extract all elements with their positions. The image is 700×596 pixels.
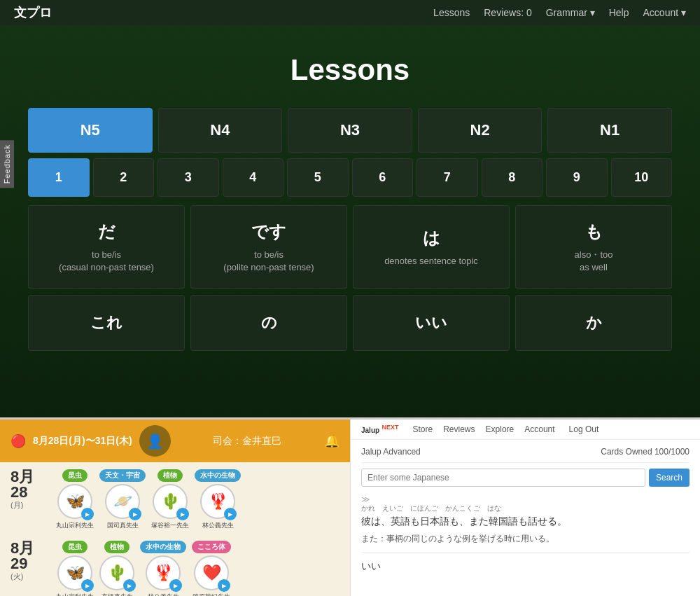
level-tab-n4[interactable]: N4 <box>158 108 283 153</box>
lesson-card-kore[interactable]: これ <box>28 295 185 351</box>
lesson-card-da[interactable]: だ to be/is(casual non-past tense) <box>28 205 185 289</box>
lesson-icon-plant-29: 🌵 ▶ <box>99 555 134 590</box>
play-button-28-3[interactable]: ▶ <box>176 508 189 520</box>
day-label-29: 8月29 (火) <box>10 541 49 582</box>
lesson-japanese-mo: も <box>585 221 603 243</box>
lesson-item-sea-29[interactable]: 水中の生物 🦞 ▶ 林公義先生 <box>140 541 186 596</box>
nav-lessons[interactable]: Lessons <box>433 7 470 18</box>
lesson-item-plant-28[interactable]: 植物 🌵 ▶ 塚谷裕一先生 <box>151 469 189 530</box>
jalup-nav-links: Store Reviews Explore Account Log Out <box>412 424 598 434</box>
lesson-english-mo: also・tooas well <box>575 249 613 274</box>
schedule-more-icon[interactable]: 🔔 <box>324 434 340 449</box>
play-button-29-1[interactable]: ▶ <box>81 579 94 592</box>
teacher-name-29-3: 林公義先生 <box>148 592 179 596</box>
lesson-english-da: to be/is(casual non-past tense) <box>59 249 154 274</box>
day-number-28: 8月28 <box>10 469 49 500</box>
teacher-name-28-4: 林公義先生 <box>202 521 234 530</box>
lesson-japanese-no: の <box>261 312 277 333</box>
level-tab-n3[interactable]: N3 <box>288 108 412 153</box>
play-button-28-1[interactable]: ▶ <box>81 508 94 520</box>
number-tab-8[interactable]: 8 <box>482 158 543 197</box>
lessons-row-28: 昆虫 🦋 ▶ 丸山宗利先生 天文・宇宙 🪐 ▶ 国司真先生 <box>56 469 241 530</box>
host-avatar: 👤 <box>139 425 171 457</box>
lesson-japanese-ii: いい <box>415 312 447 333</box>
play-button-29-2[interactable]: ▶ <box>123 579 136 592</box>
jalup-logout-link[interactable]: Log Out <box>569 424 599 434</box>
jalup-content: Jalup Advanced Cards Owned 100/1000 Sear… <box>351 440 700 585</box>
lesson-card-ii[interactable]: いい <box>353 295 510 351</box>
lesson-item-butterfly-28[interactable]: 昆虫 🦋 ▶ 丸山宗利先生 <box>56 469 94 530</box>
lesson-badge-insect-28: 昆虫 <box>62 469 88 482</box>
play-button-28-2[interactable]: ▶ <box>129 508 141 520</box>
lesson-card-ka[interactable]: か <box>515 295 672 351</box>
jalup-more: いい <box>361 552 690 574</box>
number-tab-2[interactable]: 2 <box>93 158 155 197</box>
feedback-tab[interactable]: Feedback <box>0 140 14 188</box>
schedule-date-range: 8月28日(月)〜31日(木) <box>33 435 132 448</box>
nav-help[interactable]: Help <box>609 7 629 18</box>
nav-links: Lessons Reviews: 0 Grammar ▾ Help Accoun… <box>433 7 686 18</box>
lesson-card-wa[interactable]: は denotes sentence topic <box>353 205 510 289</box>
level-tabs: N5 N4 N3 N2 N1 <box>28 108 672 153</box>
schedule-body: 8月28 (月) 昆虫 🦋 ▶ 丸山宗利先生 天文・宇宙 <box>0 462 350 596</box>
number-tab-9[interactable]: 9 <box>546 158 608 197</box>
number-tab-4[interactable]: 4 <box>223 158 284 197</box>
jalup-explore-link[interactable]: Explore <box>486 424 514 434</box>
lesson-cards-row2: これ の いい か <box>28 295 672 351</box>
jalup-search: Search <box>361 469 690 487</box>
number-tab-3[interactable]: 3 <box>158 158 219 197</box>
play-button-28-4[interactable]: ▶ <box>224 508 237 520</box>
lesson-english-desu: to be/is(polite non-past tense) <box>223 249 314 274</box>
lesson-item-heart-29[interactable]: こころ体 ❤️ ▶ 篠原菊紀先生 <box>192 541 231 596</box>
day-number-29: 8月29 <box>10 541 49 571</box>
schedule-panel: 🔴 8月28日(月)〜31日(木) 👤 司会：金井直巳 🔔 8月28 (月) 昆… <box>0 420 350 596</box>
number-tab-5[interactable]: 5 <box>287 158 349 197</box>
lesson-icon-sea-29: 🦞 ▶ <box>146 555 181 590</box>
lesson-cards-row1: だ to be/is(casual non-past tense) です to … <box>28 205 672 289</box>
lesson-icon-butterfly-29: 🦋 ▶ <box>57 555 92 590</box>
nav-reviews[interactable]: Reviews: 0 <box>484 7 531 18</box>
jalup-account-link[interactable]: Account <box>524 424 554 434</box>
lesson-item-plant-29[interactable]: 植物 🌵 ▶ 高橋真先生 <box>99 541 134 596</box>
number-tab-1[interactable]: 1 <box>28 158 90 197</box>
lesson-badge-sea-29: 水中の生物 <box>140 541 186 553</box>
nav-account[interactable]: Account ▾ <box>643 7 686 18</box>
jalup-furigana: かれ えいご にほんご かんこくご はな <box>361 504 690 513</box>
jalup-store-link[interactable]: Store <box>412 424 433 434</box>
jalup-search-input[interactable] <box>361 469 645 487</box>
day-weekday-29: (火) <box>10 571 49 582</box>
lesson-japanese-wa: は <box>423 227 440 249</box>
number-tab-6[interactable]: 6 <box>352 158 414 197</box>
lesson-card-no[interactable]: の <box>190 295 347 351</box>
lesson-card-mo[interactable]: も also・tooas well <box>515 205 672 289</box>
lesson-badge-plant-28: 植物 <box>158 469 183 482</box>
lesson-item-sea-28[interactable]: 水中の生物 🦞 ▶ 林公義先生 <box>195 469 241 530</box>
lesson-japanese-ka: か <box>586 312 602 333</box>
level-tab-n2[interactable]: N2 <box>418 108 542 153</box>
play-button-29-4[interactable]: ▶ <box>218 579 230 592</box>
jalup-logo[interactable]: Jalup NEXT <box>361 424 398 435</box>
fire-icon: 🔴 <box>10 434 26 449</box>
lesson-icon-butterfly-28: 🦋 ▶ <box>57 484 92 519</box>
lesson-icon-sea-28: 🦞 ▶ <box>200 484 235 519</box>
teacher-name-28-3: 塚谷裕一先生 <box>151 521 189 530</box>
lesson-item-space-28[interactable]: 天文・宇宙 🪐 ▶ 国司真先生 <box>99 469 146 530</box>
teacher-name-28-2: 国司真先生 <box>107 521 139 530</box>
jalup-reviews-link[interactable]: Reviews <box>443 424 475 434</box>
lesson-icon-heart-29: ❤️ ▶ <box>194 555 229 590</box>
jalup-navbar: Jalup NEXT Store Reviews Explore Account… <box>351 420 700 440</box>
lesson-item-butterfly-29[interactable]: 昆虫 🦋 ▶ 丸山宗利先生 <box>56 541 94 596</box>
level-tab-n5[interactable]: N5 <box>28 108 153 153</box>
level-tab-n1[interactable]: N1 <box>547 108 672 153</box>
site-logo[interactable]: 文プロ <box>14 4 52 21</box>
number-tab-7[interactable]: 7 <box>416 158 478 197</box>
lesson-card-desu[interactable]: です to be/is(polite non-past tense) <box>190 205 347 289</box>
day-label-28: 8月28 (月) <box>10 469 49 511</box>
jalup-header-row: Jalup Advanced Cards Owned 100/1000 <box>361 447 690 463</box>
nav-grammar[interactable]: Grammar ▾ <box>546 7 595 18</box>
number-tab-10[interactable]: 10 <box>611 158 673 197</box>
jalup-search-button[interactable]: Search <box>649 469 690 487</box>
bottom-panels: 🔴 8月28日(月)〜31日(木) 👤 司会：金井直巳 🔔 8月28 (月) 昆… <box>0 417 700 596</box>
teacher-name-29-1: 丸山宗利先生 <box>56 592 94 596</box>
play-button-29-3[interactable]: ▶ <box>169 579 182 592</box>
